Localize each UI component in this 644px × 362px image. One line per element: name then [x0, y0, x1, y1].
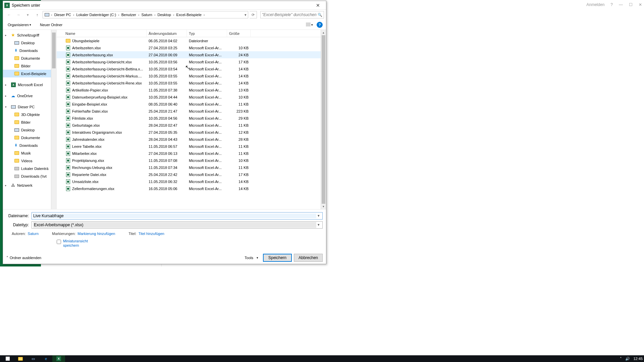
file-row[interactable]: Arbeitszeiterfassung-Uebersicht-Rene.xls… — [57, 79, 326, 86]
tree-downloads[interactable]: ⬇Downloads — [3, 47, 56, 54]
tools-button[interactable]: Tools ▾ — [242, 255, 261, 260]
tree-3d-objects[interactable]: 3D-Objekte — [3, 111, 56, 118]
breadcrumb-item[interactable]: Benutzer — [120, 13, 138, 17]
file-row[interactable]: Projektplanung.xlsx11.05.2018 07:08Micro… — [57, 157, 326, 164]
nav-recent-button[interactable]: ▾ — [24, 11, 32, 18]
taskbar[interactable]: ▭ e X ˄ 🔊 12:45 — [0, 355, 644, 362]
breadcrumb[interactable]: › Dieser PC › Lokaler Datenträger (C:) ›… — [43, 11, 248, 18]
authors-value[interactable]: Saturn — [28, 232, 39, 236]
filename-input[interactable] — [33, 214, 316, 218]
breadcrumb-item[interactable]: Saturn — [140, 13, 153, 17]
excel-minimize-icon[interactable]: — — [619, 2, 623, 7]
file-row[interactable]: Arbeitszeiterfassung-Uebersicht.xlsx10.0… — [57, 58, 326, 65]
file-row[interactable]: Eingabe-Beispiel.xlsx08.05.2018 06:40Mic… — [57, 101, 326, 108]
file-row[interactable]: Arbeitszeiten.xlsx27.04.2018 03:25Micros… — [57, 44, 326, 51]
caret-down-icon[interactable]: ▾ — [316, 223, 321, 227]
breadcrumb-item[interactable]: Lokaler Datenträger (C:) — [75, 13, 117, 17]
tree-excel-beispiele[interactable]: Excel-Beispiele — [3, 70, 56, 77]
breadcrumb-item[interactable]: Dieser PC — [53, 13, 72, 17]
taskbar-excel-icon[interactable]: X — [52, 355, 65, 362]
tree-onedrive[interactable]: ▸☁OneDrive — [3, 92, 56, 100]
tree-network[interactable]: ▸🖧Netzwerk — [3, 181, 56, 189]
tree-downloads-pc[interactable]: ⬇Downloads — [3, 141, 56, 149]
file-row[interactable]: Rechnungs-Uebung.xlsx11.05.2018 07:34Mic… — [57, 164, 326, 171]
breadcrumb-item[interactable]: Desktop — [156, 13, 172, 17]
new-folder-button[interactable]: Neuer Ordner — [39, 22, 64, 27]
scrollbar-thumb[interactable] — [322, 35, 325, 204]
tree-documents-pc[interactable]: Dokumente — [3, 134, 56, 141]
file-row[interactable]: Umsatzliste.xlsx11.05.2018 06:32Microsof… — [57, 178, 326, 185]
excel-signin[interactable]: Anmelden — [586, 2, 604, 7]
excel-close-icon[interactable]: ✕ — [639, 2, 642, 7]
file-row[interactable]: Arbeitszeiterfassung-Uebersicht-Markus..… — [57, 72, 326, 79]
excel-help-icon[interactable]: ? — [610, 2, 613, 7]
file-row[interactable]: Arbeitszeiterfassung.xlsx27.04.2018 06:0… — [57, 51, 326, 58]
breadcrumb-dropdown-icon[interactable]: ▾ — [244, 13, 247, 17]
nav-up-button[interactable]: ↑ — [33, 11, 41, 18]
tree-videos[interactable]: Videos — [3, 157, 56, 165]
thumbnail-checkbox[interactable] — [57, 240, 61, 244]
hide-folders-button[interactable]: ˄ Ordner ausblenden — [6, 256, 41, 260]
tree-music[interactable]: Musik — [3, 149, 56, 157]
tree-desktop[interactable]: Desktop — [3, 39, 56, 47]
file-row[interactable]: Jahreskalender.xlsx28.04.2018 04:43Micro… — [57, 136, 326, 143]
file-row[interactable]: Übungsbeispiele06.05.2018 04:02Dateiordn… — [57, 37, 326, 44]
filetype-combo[interactable]: Excel-Arbeitsmappe (*.xlsx) ▾ — [32, 221, 323, 229]
col-type[interactable]: Typ — [187, 30, 227, 37]
view-mode-button[interactable]: ▾ — [304, 22, 315, 28]
tree-scrollbar[interactable] — [51, 30, 56, 209]
file-row[interactable]: Interaktives Organigramm.xlsx27.04.2018 … — [57, 129, 326, 136]
file-scrollbar[interactable]: ▴ ▾ — [321, 30, 326, 209]
dialog-close-button[interactable]: ✕ — [311, 2, 325, 9]
tree-local-disk[interactable]: Lokaler Datenträ — [3, 165, 56, 172]
file-list[interactable]: Übungsbeispiele06.05.2018 04:02Dateiordn… — [57, 37, 326, 209]
file-row[interactable]: Reparierte Datei.xlsx25.04.2018 22:42Mic… — [57, 171, 326, 178]
file-row[interactable]: Geburtstage.xlsx28.04.2018 02:47Microsof… — [57, 122, 326, 129]
tree-pictures[interactable]: Bilder — [3, 62, 56, 70]
file-row[interactable]: Leere Tabelle.xlsx11.05.2018 06:57Micros… — [57, 143, 326, 150]
tree-pictures-pc[interactable]: Bilder — [3, 118, 56, 126]
tree-ms-excel[interactable]: ▸XMicrosoft Excel — [3, 81, 56, 88]
navigation-tree[interactable]: ▸★Schnellzugriff Desktop ⬇Downloads Doku… — [3, 30, 57, 209]
tree-quick-access[interactable]: ▸★Schnellzugriff — [3, 31, 56, 39]
file-row[interactable]: Datenueberpruefung-Beispiel.xlsx10.05.20… — [57, 94, 326, 101]
col-date[interactable]: Änderungsdatum — [147, 30, 187, 37]
excel-maximize-icon[interactable]: ☐ — [629, 2, 633, 7]
help-button[interactable]: ? — [317, 22, 323, 28]
search-icon[interactable]: 🔍 — [318, 13, 322, 17]
tray-expand-icon[interactable]: ˄ — [620, 357, 622, 361]
caret-down-icon[interactable]: ▾ — [316, 214, 321, 218]
cancel-button[interactable]: Abbrechen — [294, 254, 323, 262]
search-input[interactable] — [262, 12, 318, 17]
tree-documents[interactable]: Dokumente — [3, 54, 56, 62]
scroll-up-icon[interactable]: ▴ — [321, 30, 326, 35]
breadcrumb-item[interactable]: Excel-Beispiele — [175, 13, 203, 17]
taskbar-taskview-icon[interactable]: ▭ — [27, 355, 40, 362]
file-row[interactable]: Artikelliste-Papier.xlsx11.05.2018 07:38… — [57, 86, 326, 94]
scroll-down-icon[interactable]: ▾ — [321, 204, 326, 209]
file-row[interactable]: Mitarbeiter.xlsx27.04.2018 06:13Microsof… — [57, 150, 326, 157]
title-value[interactable]: Titel hinzufügen — [139, 232, 164, 236]
refresh-button[interactable]: ⟳ — [250, 11, 257, 18]
nav-forward-button[interactable]: → — [14, 11, 22, 18]
taskbar-explorer-icon[interactable] — [14, 355, 27, 362]
file-row[interactable]: Arbeitszeiterfassung-Uebersicht-Bettina.… — [57, 65, 326, 72]
save-button[interactable]: Speichern — [263, 254, 292, 262]
tray-volume-icon[interactable]: 🔊 — [625, 357, 630, 361]
col-size[interactable]: Größe — [227, 30, 251, 37]
taskbar-edge-icon[interactable]: e — [40, 355, 52, 362]
file-row[interactable]: Zellenformatierungen.xlsx16.05.2018 05:0… — [57, 185, 326, 192]
file-row[interactable]: Filmliste.xlsx10.05.2018 04:56Microsoft … — [57, 115, 326, 122]
file-row[interactable]: Fehlerhafte Datei.xlsx25.04.2018 21:47Mi… — [57, 108, 326, 115]
col-name[interactable]: Name — [63, 30, 147, 37]
organize-button[interactable]: Organisieren ▾ — [6, 22, 33, 27]
tags-value[interactable]: Markierung hinzufügen — [77, 232, 115, 236]
tree-downloads-vt[interactable]: Downloads (\\vt — [3, 172, 56, 180]
search-box[interactable]: 🔍 — [260, 11, 324, 18]
start-button[interactable] — [1, 355, 14, 362]
filename-combo[interactable]: ▾ — [32, 212, 323, 220]
tree-this-pc[interactable]: ▾Dieser PC — [3, 103, 56, 111]
tree-desktop-pc[interactable]: Desktop — [3, 126, 56, 134]
taskbar-time[interactable]: 12:45 — [633, 357, 643, 361]
nav-back-button[interactable]: ← — [5, 11, 13, 18]
